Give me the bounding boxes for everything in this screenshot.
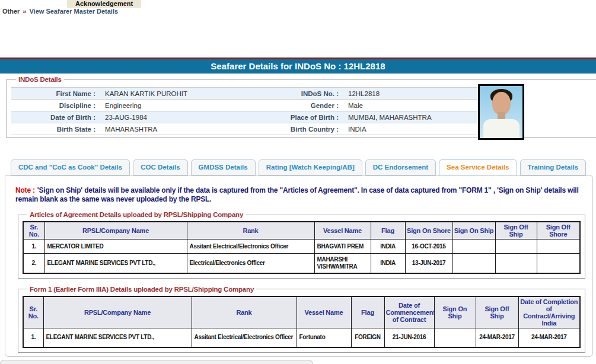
field-label: INDoS No. : xyxy=(284,88,339,100)
column-header: Sr. No. xyxy=(23,296,43,328)
sea-service-details-panel: Note :'Sign on Ship' details will be ava… xyxy=(5,175,593,357)
page-title: Seafarer Details for INDoS No : 12HL2818 xyxy=(0,59,596,74)
field-label: Date of Birth : xyxy=(11,111,95,123)
column-header: Sr. No. xyxy=(23,222,44,240)
field-label: Birth State : xyxy=(11,123,95,135)
column-header: Sign On Ship xyxy=(434,296,476,328)
field-label: Discipline : xyxy=(11,100,95,111)
column-header: Vessel Name xyxy=(297,296,351,328)
breadcrumb-separator-icon: » xyxy=(23,8,26,15)
note-prefix: Note : xyxy=(15,186,35,194)
column-header: Sign On Ship xyxy=(452,222,495,240)
menu-tab-acknowledgement[interactable]: Acknowledgement xyxy=(67,0,141,8)
column-header: Sign On Shore xyxy=(405,222,452,240)
tab-training-details[interactable]: Training Details xyxy=(520,159,587,175)
column-header: RPSL/Company Name xyxy=(43,296,192,328)
table-cell: Assitant Electrical/Electronics Officer xyxy=(192,328,297,347)
table-cell xyxy=(434,328,476,347)
form1-legend: Form 1 (Earlier Form IIIA) Details uploa… xyxy=(27,286,256,293)
page: Acknowledgement Other»View Seafarer Mast… xyxy=(0,0,596,364)
table-header-row: Sr. No. RPSL/Company Name Rank Vessel Na… xyxy=(23,296,580,328)
table-row: 1. ELEGANT MARINE SERVICES PVT LTD., Ass… xyxy=(23,328,580,347)
table-cell: 16-OCT-2015 xyxy=(405,240,452,254)
field-value: Engineering xyxy=(100,100,284,111)
column-header: Sign Off Ship xyxy=(495,222,537,240)
articles-of-agreement-section: Articles of Agreement Details uploaded b… xyxy=(18,211,585,279)
indos-row: First Name : KARAN KARTIK PUROHIT INDoS … xyxy=(11,88,477,100)
table-cell xyxy=(495,254,537,273)
indos-details-grid: First Name : KARAN KARTIK PUROHIT INDoS … xyxy=(11,87,477,135)
table-cell: 24-MAR-2017 xyxy=(518,328,580,347)
column-header: Vessel Name xyxy=(314,222,371,240)
table-cell: 21-JUN-2016 xyxy=(384,328,434,347)
field-value: MAHARASHTRA xyxy=(100,123,284,135)
tab-sea-service-details[interactable]: Sea Service Details xyxy=(439,159,517,176)
field-value: 12HL2818 xyxy=(343,88,477,100)
tab-bar: CDC and "CoC as Cook" Details COC Detail… xyxy=(11,159,586,176)
indos-row: Date of Birth : 23-AUG-1984 Place of Bir… xyxy=(11,111,477,123)
form1-section: Form 1 (Earlier Form IIIA) Details uploa… xyxy=(18,286,585,353)
field-value: INDIA xyxy=(343,123,477,135)
table-cell: INDIA xyxy=(371,254,405,273)
table-cell: 24-MAR-2017 xyxy=(476,328,518,347)
tab-cdc-coc-as-cook-details[interactable]: CDC and "CoC as Cook" Details xyxy=(11,159,130,175)
form1-table: Sr. No. RPSL/Company Name Rank Vessel Na… xyxy=(23,296,581,349)
table-cell: Assitant Electrical/Electronics Officer xyxy=(187,240,314,254)
collapsed-section-edge xyxy=(0,360,313,364)
table-cell xyxy=(452,254,495,273)
table-cell: MERCATOR LIMITED xyxy=(44,240,187,254)
table-cell: BHAGVATI PREM xyxy=(314,240,371,254)
column-header: Rank xyxy=(187,222,314,240)
photo-shirt-shape xyxy=(483,119,519,139)
breadcrumb: Other»View Seafarer Master Details xyxy=(2,8,118,15)
tab-gmdss-details[interactable]: GMDSS Details xyxy=(191,159,256,175)
table-cell: ELEGANT MARINE SERVICES PVT LTD., xyxy=(44,254,187,273)
field-label: Gender : xyxy=(284,100,339,111)
table-cell: Fortunato xyxy=(297,328,351,347)
column-header: Date of Commencement of Contract xyxy=(384,296,434,328)
field-value: MUMBAI, MAHARASHTRA xyxy=(343,111,477,123)
breadcrumb-current[interactable]: View Seafarer Master Details xyxy=(29,8,118,15)
table-cell: 1. xyxy=(23,328,43,347)
table-cell xyxy=(537,240,580,254)
tab-dc-endorsement[interactable]: DC Endorsement xyxy=(365,159,436,175)
note-text: Note :'Sign on Ship' details will be ava… xyxy=(15,186,584,204)
seafarer-photo xyxy=(478,84,524,140)
table-row: 1. MERCATOR LIMITED Assitant Electrical/… xyxy=(23,240,580,254)
table-cell xyxy=(452,240,495,254)
indos-row: Discipline : Engineering Gender : Male xyxy=(11,100,477,111)
table-cell xyxy=(495,240,537,254)
column-header: Flag xyxy=(351,296,384,328)
field-label: First Name : xyxy=(11,88,95,100)
column-header: Sign Off Ship xyxy=(476,296,518,328)
column-header: RPSL/Company Name xyxy=(44,222,187,240)
column-header: Date of Completion of Contract/Arriving … xyxy=(518,296,580,328)
note-body: 'Sign on Ship' details will be available… xyxy=(15,186,579,203)
table-cell: MAHARSHI VISHWAMITRA xyxy=(314,254,371,273)
table-cell: Electrical/Electronics Officer xyxy=(187,254,314,273)
field-label: Birth Country : xyxy=(284,123,339,135)
table-cell: 13-JUN-2017 xyxy=(405,254,452,273)
table-cell: 2. xyxy=(23,254,44,273)
column-header: Flag xyxy=(371,222,405,240)
column-header: Sign Off Shore xyxy=(537,222,580,240)
field-value: KARAN KARTIK PUROHIT xyxy=(100,88,284,100)
table-cell: INDIA xyxy=(371,240,405,254)
tab-coc-details[interactable]: COC Details xyxy=(133,159,187,175)
indos-row: Birth State : MAHARASHTRA Birth Country … xyxy=(11,123,477,135)
field-value: 23-AUG-1984 xyxy=(100,111,284,123)
table-cell: 1. xyxy=(23,240,44,254)
table-row: 2. ELEGANT MARINE SERVICES PVT LTD., Ele… xyxy=(23,254,580,273)
articles-table: Sr. No. RPSL/Company Name Rank Vessel Na… xyxy=(23,221,581,274)
table-header-row: Sr. No. RPSL/Company Name Rank Vessel Na… xyxy=(23,222,580,240)
field-label: Place of Birth : xyxy=(284,111,339,123)
articles-legend: Articles of Agreement Details uploaded b… xyxy=(27,211,246,218)
breadcrumb-root[interactable]: Other xyxy=(2,8,20,15)
indos-details-legend: INDoS Details xyxy=(16,76,64,83)
column-header: Rank xyxy=(192,296,297,328)
photo-neck-shape xyxy=(498,112,505,119)
table-cell: FOREIGN xyxy=(351,328,384,347)
field-value: Male xyxy=(343,100,477,111)
table-cell: ELEGANT MARINE SERVICES PVT LTD., xyxy=(43,328,192,347)
tab-rating-watch-keeping-ab[interactable]: Rating [Watch Keeping/AB] xyxy=(259,159,362,175)
